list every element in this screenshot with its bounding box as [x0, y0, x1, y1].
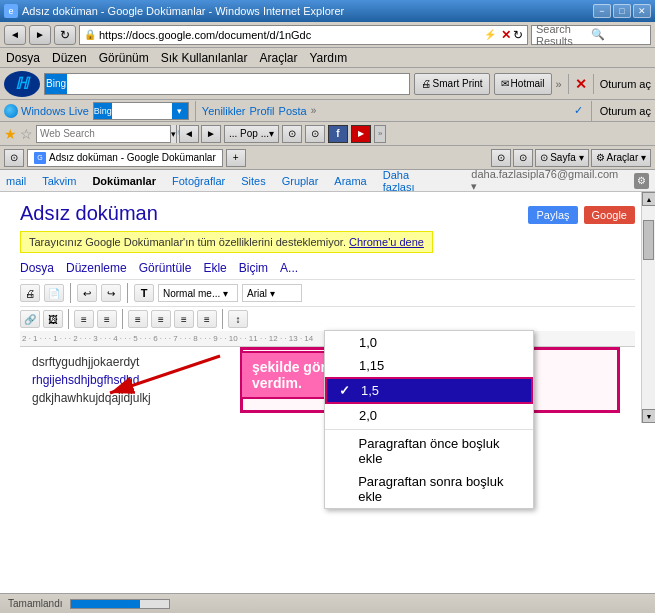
toolbar-stop[interactable]: ✕ [575, 76, 587, 92]
nav-icon4[interactable]: ⊙ [305, 125, 325, 143]
bing-search[interactable]: Bing [44, 73, 410, 95]
bing-small-input[interactable] [112, 105, 172, 116]
gdoc-goruntule[interactable]: Görüntüle [139, 261, 192, 275]
hotmail-icon: ✉ [501, 78, 509, 89]
star1-icon[interactable]: ★ [4, 126, 17, 142]
bing-input[interactable] [67, 76, 409, 92]
hp-logo[interactable]: ℍ [4, 71, 40, 97]
page-tab-gdocs[interactable]: G Adsız doküman - Google Dokümanlar [27, 149, 223, 167]
spacing-action-2[interactable]: Paragraftan sonra boşluk ekle [325, 470, 533, 508]
refresh-mini[interactable]: ↻ [513, 28, 523, 42]
spacing-action-1[interactable]: Paragraftan önce boşluk ekle [325, 432, 533, 470]
sayfa-button[interactable]: ⊙ Sayfa ▾ [535, 149, 588, 167]
font-style-btn[interactable]: T [134, 284, 154, 302]
print-btn[interactable]: 🖨 [20, 284, 40, 302]
spacing-2-0[interactable]: 2,0 [325, 404, 533, 427]
oturum-label[interactable]: Oturum aç [600, 78, 651, 90]
nav-icon3[interactable]: ⊙ [282, 125, 302, 143]
gt-settings-icon[interactable]: ⚙ [634, 173, 649, 189]
posta-link[interactable]: Posta [279, 105, 307, 117]
scrollbar-vertical[interactable]: ▲ ▼ [641, 192, 655, 423]
page-back-btn[interactable]: ⊙ [4, 149, 24, 167]
nav-icon2[interactable]: ► [201, 125, 221, 143]
image-btn[interactable]: 🖼 [43, 310, 63, 328]
link-btn[interactable]: 🔗 [20, 310, 40, 328]
paylas-button[interactable]: Paylaş [528, 206, 577, 224]
align1-btn[interactable]: ≡ [128, 310, 148, 328]
align4-btn[interactable]: ≡ [197, 310, 217, 328]
spacing-1-5[interactable]: ✓ 1,5 [325, 377, 533, 404]
gdoc-dosya[interactable]: Dosya [20, 261, 54, 275]
profil-link[interactable]: Profil [249, 105, 274, 117]
list2-btn[interactable]: ≡ [97, 310, 117, 328]
smart-print-button[interactable]: 🖨 Smart Print [414, 73, 490, 95]
more-extensions[interactable]: » [374, 125, 386, 143]
style-select[interactable]: Normal me... ▾ [158, 284, 238, 302]
redo-btn[interactable]: ↪ [101, 284, 121, 302]
search-text: Search Results [536, 23, 591, 47]
pop-button[interactable]: ... Pop ... ▾ [224, 125, 279, 143]
google-button[interactable]: Google [584, 206, 635, 224]
gt-fotograflar[interactable]: Fotoğraflar [172, 175, 225, 187]
bing-small-search[interactable]: Bing ▾ [93, 102, 189, 120]
gdoc-ekle[interactable]: Ekle [203, 261, 226, 275]
gt-sites[interactable]: Sites [241, 175, 265, 187]
list1-btn[interactable]: ≡ [74, 310, 94, 328]
align2-btn[interactable]: ≡ [151, 310, 171, 328]
doc-btn[interactable]: 📄 [44, 284, 64, 302]
menu-yardim[interactable]: Yardım [309, 51, 347, 65]
gt-dokumanlar[interactable]: Dokümanlar [92, 175, 156, 187]
close-button[interactable]: ✕ [633, 4, 651, 18]
oturum2-label[interactable]: Oturum aç [600, 105, 651, 117]
windows-live-link[interactable]: Windows Live [4, 104, 89, 118]
maximize-button[interactable]: □ [613, 4, 631, 18]
bing-small-dropdown[interactable]: ▾ [172, 103, 188, 119]
gt-daha[interactable]: Daha fazlası [383, 169, 440, 193]
yenilikler-link[interactable]: Yenilikler [202, 105, 246, 117]
star2-icon[interactable]: ☆ [20, 126, 33, 142]
gdoc-bicim[interactable]: Biçim [239, 261, 268, 275]
font-select[interactable]: Arial ▾ [242, 284, 302, 302]
spacing-1-15[interactable]: 1,15 [325, 354, 533, 377]
page-nav-right[interactable]: ⊙ [513, 149, 533, 167]
toolbar2-chevron: » [311, 105, 317, 116]
forward-button[interactable]: ► [29, 25, 51, 45]
spacing-btn[interactable]: ↕ [228, 310, 248, 328]
menu-duzen[interactable]: Düzen [52, 51, 87, 65]
web-search-box[interactable]: ▾ 🔍 [36, 125, 176, 143]
search-box[interactable]: Search Results 🔍 [531, 25, 651, 45]
menu-gorunum[interactable]: Görünüm [99, 51, 149, 65]
gt-email[interactable]: daha.fazlasipla76@gmail.com ▾ [471, 168, 618, 193]
hotmail-button[interactable]: ✉ Hotmail [494, 73, 552, 95]
undo-btn[interactable]: ↩ [77, 284, 97, 302]
page-nav-left[interactable]: ⊙ [491, 149, 511, 167]
address-box[interactable]: 🔒 https://docs.google.com/document/d/1nG… [79, 25, 528, 45]
nav-icon1[interactable]: ◄ [179, 125, 199, 143]
gt-mail[interactable]: mail [6, 175, 26, 187]
scroll-up[interactable]: ▲ [642, 192, 655, 206]
gdoc-toolbar2: 🔗 🖼 ≡ ≡ ≡ ≡ ≡ ≡ ↕ [20, 307, 635, 331]
new-tab-btn[interactable]: + [226, 149, 246, 167]
youtube-icon[interactable]: ▶ [351, 125, 371, 143]
menu-araclar[interactable]: Araçlar [259, 51, 297, 65]
gt-gruplar[interactable]: Gruplar [282, 175, 319, 187]
web-search-input[interactable] [37, 128, 170, 139]
back-button[interactable]: ◄ [4, 25, 26, 45]
menu-sikkullan[interactable]: Sık Kullanılanlar [161, 51, 248, 65]
gdoc-duzenle[interactable]: Düzenleme [66, 261, 127, 275]
menu-dosya[interactable]: Dosya [6, 51, 40, 65]
align3-btn[interactable]: ≡ [174, 310, 194, 328]
gdoc-more[interactable]: A... [280, 261, 298, 275]
gt-arama[interactable]: Arama [334, 175, 366, 187]
spacing-1-0[interactable]: 1,0 [325, 331, 533, 354]
gt-takvim[interactable]: Takvim [42, 175, 76, 187]
gdoc-menu: Dosya Düzenleme Görüntüle Ekle Biçim A..… [20, 261, 635, 280]
araclar-button[interactable]: ⚙ Araçlar ▾ [591, 149, 651, 167]
refresh-button[interactable]: ↻ [54, 25, 76, 45]
scroll-down[interactable]: ▼ [642, 409, 655, 423]
scroll-thumb[interactable] [643, 220, 654, 260]
minimize-button[interactable]: − [593, 4, 611, 18]
chrome-link[interactable]: Chrome'u dene [349, 236, 424, 248]
stop-button[interactable]: ✕ [501, 28, 511, 42]
facebook-icon[interactable]: f [328, 125, 348, 143]
